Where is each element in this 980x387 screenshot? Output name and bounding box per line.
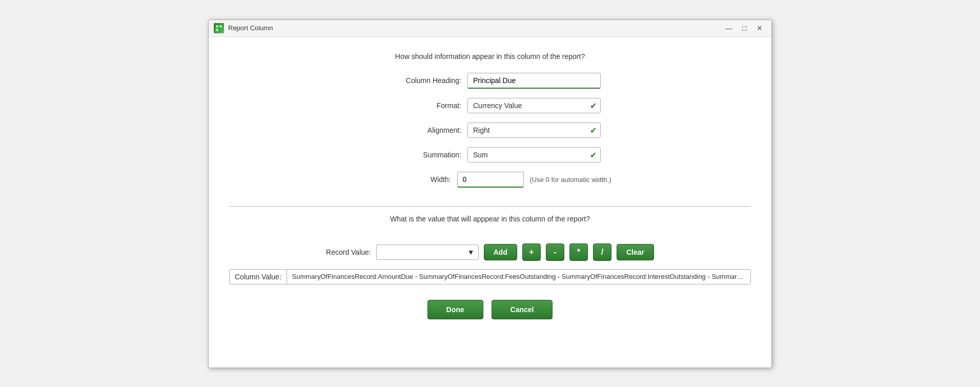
record-value-row: Record Value: ▼ Add + - * / Clear	[326, 243, 654, 261]
maximize-button[interactable]: □	[738, 23, 751, 33]
record-value-select[interactable]	[376, 245, 479, 260]
summation-row: Summation: Sum None Average Count ✔	[379, 147, 601, 162]
section-divider	[229, 206, 751, 207]
done-button[interactable]: Done	[427, 300, 483, 319]
multiply-operator-button[interactable]: *	[569, 243, 588, 261]
width-row: Width: (Use 0 for automatic width.)	[369, 172, 611, 188]
width-hint-text: (Use 0 for automatic width.)	[530, 176, 611, 184]
column-heading-row: Column Heading:	[379, 73, 601, 89]
window-title: Report Column	[228, 24, 273, 32]
question2-text: What is the value that will apppear in t…	[390, 215, 590, 223]
svg-rect-2	[216, 29, 218, 31]
window-controls: — □ ✕	[722, 23, 766, 33]
svg-rect-1	[219, 25, 222, 28]
report-column-window: Report Column — □ ✕ How should informati…	[208, 19, 772, 368]
column-heading-input[interactable]	[467, 73, 601, 89]
minus-operator-button[interactable]: -	[546, 243, 564, 261]
plus-operator-button[interactable]: +	[522, 243, 541, 261]
format-row: Format: Currency Value Text Number Date …	[379, 98, 601, 113]
column-heading-label: Column Heading:	[379, 76, 461, 85]
width-label: Width:	[369, 175, 451, 184]
format-label: Format:	[379, 101, 461, 110]
main-content: How should information appear in this co…	[209, 37, 771, 368]
bottom-buttons: Done Cancel	[229, 300, 751, 319]
close-button[interactable]: ✕	[753, 23, 766, 33]
summation-select[interactable]: Sum None Average Count	[467, 147, 601, 162]
alignment-select-wrapper: Right Left Center ✔	[467, 123, 601, 138]
format-select-wrapper: Currency Value Text Number Date Percenta…	[467, 98, 601, 113]
app-icon	[214, 23, 224, 33]
svg-rect-3	[219, 29, 222, 31]
second-section: What is the value that will apppear in t…	[229, 215, 751, 284]
question1-text: How should information appear in this co…	[229, 52, 751, 60]
record-value-select-wrapper: ▼	[376, 245, 479, 260]
form-section: Column Heading: Format: Currency Value T…	[229, 73, 751, 188]
record-value-label: Record Value:	[326, 248, 371, 256]
column-value-label: Column Value:	[230, 270, 287, 284]
summation-select-wrapper: Sum None Average Count ✔	[467, 147, 601, 162]
column-value-row: Column Value: SummaryOfFinancesRecord:Am…	[229, 269, 751, 284]
clear-button[interactable]: Clear	[617, 244, 654, 260]
width-input[interactable]	[457, 172, 524, 188]
alignment-select[interactable]: Right Left Center	[467, 123, 601, 138]
cancel-button[interactable]: Cancel	[492, 300, 553, 319]
add-button[interactable]: Add	[484, 244, 517, 260]
column-value-content: SummaryOfFinancesRecord:AmountDue - Summ…	[287, 270, 750, 283]
svg-rect-0	[216, 25, 218, 28]
alignment-label: Alignment:	[379, 126, 461, 134]
alignment-row: Alignment: Right Left Center ✔	[379, 123, 601, 138]
titlebar: Report Column — □ ✕	[209, 20, 771, 37]
summation-label: Summation:	[379, 151, 461, 159]
divide-operator-button[interactable]: /	[593, 243, 611, 261]
minimize-button[interactable]: —	[722, 23, 736, 33]
format-select[interactable]: Currency Value Text Number Date Percenta…	[467, 98, 601, 113]
titlebar-left: Report Column	[214, 23, 273, 33]
